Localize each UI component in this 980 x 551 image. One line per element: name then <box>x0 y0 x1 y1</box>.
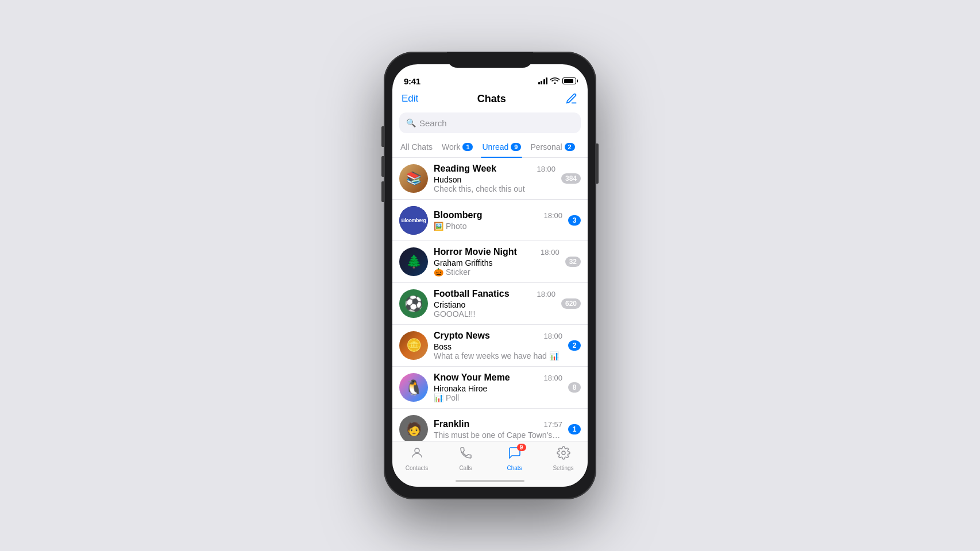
tab-bar-chats[interactable]: 9 Chats <box>497 446 532 471</box>
chat-time: 18:00 <box>543 374 562 382</box>
chat-meta: 8 <box>568 382 581 393</box>
chat-meta: 32 <box>565 257 581 267</box>
chat-sender: Hironaka Hiroe <box>434 384 562 393</box>
tab-unread[interactable]: Unread 9 <box>481 138 522 157</box>
chat-name: Franklin <box>434 419 469 429</box>
chat-time: 18:00 <box>543 332 562 340</box>
status-icons <box>538 77 577 85</box>
chat-content-know-your-meme: Know Your Meme 18:00 Hironaka Hiroe 📊 Po… <box>434 372 562 402</box>
chat-preview: 📊 Poll <box>434 393 562 402</box>
chat-meta: 620 <box>561 298 581 309</box>
tab-bar-contacts-label: Contacts <box>406 465 428 471</box>
signal-icon <box>538 77 548 84</box>
page-title: Chats <box>477 93 506 105</box>
chat-list: 📚 Reading Week 18:00 Hudson Check this, … <box>392 158 588 441</box>
tab-personal[interactable]: Personal 2 <box>529 138 576 157</box>
chat-badge: 8 <box>568 382 581 393</box>
chat-name: Horror Movie Night <box>434 247 517 257</box>
tab-work[interactable]: Work 1 <box>441 138 474 157</box>
tab-work-badge: 1 <box>462 143 473 151</box>
avatar-reading-week: 📚 <box>399 164 428 193</box>
chat-preview: This must be one of Cape Town's best spo… <box>434 430 562 440</box>
tab-bar-chats-label: Chats <box>507 465 522 471</box>
status-time: 9:41 <box>404 76 420 86</box>
chat-time: 18:00 <box>537 165 555 173</box>
chat-item-crypto[interactable]: 🪙 Crypto News 18:00 Boss What a few week… <box>392 325 588 367</box>
wifi-icon <box>550 77 560 85</box>
chat-badge: 384 <box>561 173 581 184</box>
compose-button[interactable] <box>565 92 578 106</box>
contacts-icon <box>410 446 424 463</box>
tab-bar-calls[interactable]: Calls <box>449 446 483 471</box>
avatar-football: ⚽ <box>399 289 428 318</box>
chat-badge: 3 <box>568 215 581 226</box>
chat-item-know-your-meme[interactable]: 🐧 Know Your Meme 18:00 Hironaka Hiroe 📊 … <box>392 367 588 409</box>
chat-item-bloomberg[interactable]: Bloomberg Bloomberg 18:00 🖼️ Photo 3 <box>392 200 588 241</box>
edit-button[interactable]: Edit <box>402 93 418 104</box>
chat-name: Crypto News <box>434 331 490 341</box>
avatar-bloomberg: Bloomberg <box>399 206 428 235</box>
tab-bar-settings[interactable]: Settings <box>546 446 581 471</box>
chat-badge: 620 <box>561 298 581 309</box>
chat-content-horror-movie: Horror Movie Night 18:00 Graham Griffith… <box>434 247 560 277</box>
chat-sender: Hudson <box>434 175 555 184</box>
chat-time: 17:57 <box>543 420 562 429</box>
chat-content-crypto: Crypto News 18:00 Boss What a few weeks … <box>434 331 562 360</box>
avatar-franklin: 🧑 <box>399 415 428 441</box>
header: Edit Chats <box>392 90 588 110</box>
tab-all-chats[interactable]: All Chats <box>399 138 434 157</box>
tab-bar-settings-label: Settings <box>553 465 573 471</box>
chat-content-bloomberg: Bloomberg 18:00 🖼️ Photo <box>434 210 562 231</box>
avatar-crypto: 🪙 <box>399 331 428 360</box>
chat-name: Bloomberg <box>434 210 482 220</box>
tab-unread-badge: 9 <box>511 143 521 151</box>
tab-all-chats-label: All Chats <box>400 142 433 152</box>
chat-badge: 2 <box>568 340 581 351</box>
svg-point-0 <box>415 448 419 453</box>
tab-unread-label: Unread <box>482 142 508 152</box>
chat-sender: Graham Griffiths <box>434 258 560 267</box>
chat-item-reading-week[interactable]: 📚 Reading Week 18:00 Hudson Check this, … <box>392 158 588 200</box>
chat-content-reading-week: Reading Week 18:00 Hudson Check this, ch… <box>434 164 555 193</box>
chat-preview: GOOOAL!!! <box>434 309 555 319</box>
search-icon: 🔍 <box>406 118 416 127</box>
battery-icon <box>562 77 576 84</box>
avatar-know-your-meme: 🐧 <box>399 373 428 402</box>
calls-icon <box>459 446 473 463</box>
notch <box>447 52 533 68</box>
phone-screen: 9:41 <box>392 64 588 487</box>
chat-meta: 2 <box>568 340 581 351</box>
chat-meta: 3 <box>568 215 581 226</box>
tab-personal-label: Personal <box>530 142 562 152</box>
tab-personal-badge: 2 <box>565 143 575 151</box>
chat-name: Reading Week <box>434 164 496 174</box>
settings-icon <box>557 446 570 463</box>
home-indicator <box>456 480 524 482</box>
tab-work-label: Work <box>442 142 460 152</box>
chat-time: 18:00 <box>543 211 562 220</box>
chat-preview: What a few weeks we have had 📊 <box>434 351 562 360</box>
chat-badge: 32 <box>565 257 581 267</box>
tab-bar-contacts[interactable]: Contacts <box>400 446 434 471</box>
chat-item-franklin[interactable]: 🧑 Franklin 17:57 This must be one of Cap… <box>392 409 588 441</box>
chat-item-football[interactable]: ⚽ Football Fanatics 18:00 Cristiano GOOO… <box>392 283 588 325</box>
chat-preview: Check this, check this out <box>434 184 555 193</box>
filter-tabs: All Chats Work 1 Unread 9 Personal 2 <box>392 138 588 158</box>
search-bar[interactable]: 🔍 Search <box>399 112 581 133</box>
chat-content-franklin: Franklin 17:57 This must be one of Cape … <box>434 419 562 440</box>
svg-point-1 <box>562 451 565 455</box>
phone-frame: 9:41 <box>384 52 596 499</box>
search-placeholder: Search <box>419 118 447 128</box>
tab-bar-calls-label: Calls <box>459 465 472 471</box>
chats-icon: 9 <box>508 446 522 463</box>
chat-time: 18:00 <box>541 248 560 257</box>
chat-name: Football Fanatics <box>434 289 510 299</box>
chat-preview: 🎃 Sticker <box>434 267 560 277</box>
chat-badge: 1 <box>568 424 581 434</box>
status-bar: 9:41 <box>392 64 588 90</box>
chat-time: 18:00 <box>537 290 555 298</box>
avatar-horror-movie: 🌲 <box>399 247 428 276</box>
chat-name: Know Your Meme <box>434 372 510 383</box>
chat-sender: Boss <box>434 342 562 351</box>
chat-item-horror-movie[interactable]: 🌲 Horror Movie Night 18:00 Graham Griffi… <box>392 241 588 283</box>
